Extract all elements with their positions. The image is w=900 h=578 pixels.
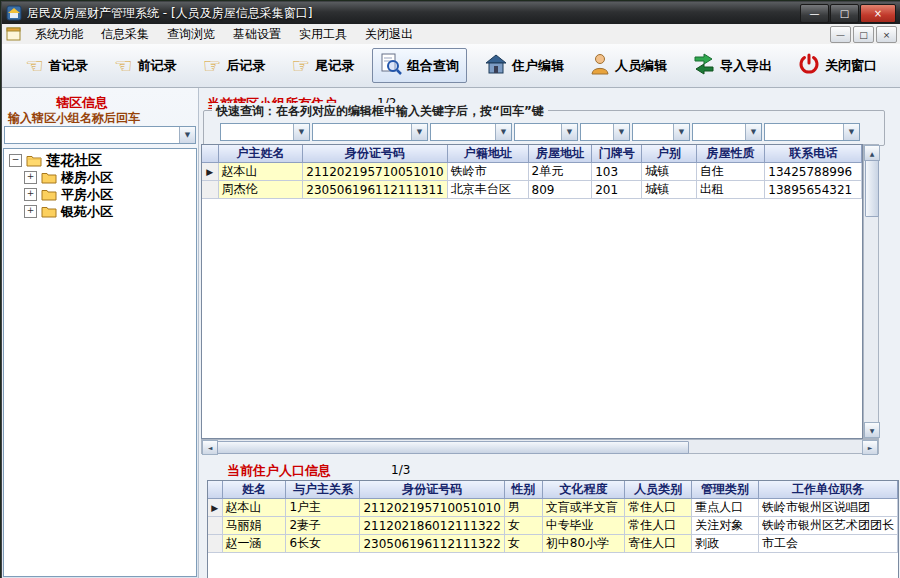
expand-icon[interactable]: + [24,188,37,201]
table-row[interactable]: ▶ 赵本山 211202195710051010 铁岭市 2单元 103 城镇 … [202,163,862,181]
cell[interactable]: 常住人口 [625,499,692,517]
maximize-button[interactable]: □ [830,4,859,23]
cell[interactable]: 铁岭市银州区艺术团团长 [758,517,897,535]
next-record-button[interactable]: ☞ 后记录 [195,52,274,80]
chevron-down-icon[interactable]: ▼ [673,124,689,140]
cell[interactable]: 13425788996 [765,163,862,181]
last-record-button[interactable]: ☞ 尾记录 [283,52,362,80]
households-vertical-scrollbar[interactable]: ▲ ▼ [863,144,879,439]
cell[interactable]: 自住 [696,163,764,181]
mdi-restore-button[interactable]: □ [853,26,874,43]
menu-system[interactable]: 系统功能 [26,24,92,45]
chevron-down-icon[interactable]: ▼ [293,124,309,140]
cell[interactable]: 女 [504,535,542,553]
cell[interactable]: 230506196112111322 [360,535,504,553]
menu-query[interactable]: 查询浏览 [158,24,224,45]
cell[interactable]: 铁岭市 [447,163,528,181]
expand-icon[interactable]: + [24,205,37,218]
cell[interactable]: 铁岭市银州区说唱团 [758,499,897,517]
table-row[interactable]: 赵一涵 6长女 230506196112111322 女 初中80小学 寄住人口… [208,535,898,553]
chevron-down-icon[interactable]: ▼ [495,124,511,140]
table-row[interactable]: 周杰伦 230506196112111311 北京丰台区 809 201 城镇 … [202,181,862,199]
cell[interactable]: 103 [592,163,642,181]
scroll-right-icon[interactable]: ► [862,440,878,455]
chevron-down-icon[interactable]: ▼ [411,124,427,140]
menu-exit[interactable]: 关闭退出 [356,24,422,45]
tree-node-yinyuan[interactable]: + 银苑小区 [4,203,196,220]
cell[interactable]: 重点人口 [692,499,759,517]
first-record-button[interactable]: ☜ 首记录 [17,52,96,80]
cell[interactable]: 211202195710051010 [360,499,504,517]
cell[interactable]: 剥政 [692,535,759,553]
cell[interactable]: 13895654321 [765,181,862,199]
expand-icon[interactable]: + [24,171,37,184]
cell[interactable]: 211202186012111322 [360,517,504,535]
cell[interactable]: 男 [504,499,542,517]
table-row[interactable]: 马丽娟 2妻子 211202186012111322 女 中专毕业 常住人口 关… [208,517,898,535]
cell[interactable]: 关注对象 [692,517,759,535]
chevron-down-icon[interactable]: ▼ [561,124,577,140]
cell[interactable]: 城镇 [642,181,697,199]
scroll-left-icon[interactable]: ◄ [202,440,218,455]
cell[interactable]: 230506196112111311 [303,181,447,199]
cell[interactable]: 初中80小学 [542,535,624,553]
cell[interactable]: 中专毕业 [542,517,624,535]
filter-combo-household-type[interactable]: ▼ [632,123,690,141]
collapse-icon[interactable]: − [9,154,22,167]
minimize-button[interactable]: — [800,4,829,23]
menu-tools[interactable]: 实用工具 [290,24,356,45]
cell[interactable]: 寄住人口 [625,535,692,553]
filter-combo-house-address[interactable]: ▼ [514,123,578,141]
cell[interactable]: 常住人口 [625,517,692,535]
cell[interactable]: 北京丰台区 [447,181,528,199]
tree-node-building[interactable]: + 楼房小区 [4,169,196,186]
mdi-close-button[interactable]: × [876,26,897,43]
chevron-down-icon[interactable]: ▼ [179,127,195,143]
cell[interactable]: 马丽娟 [222,517,286,535]
chevron-down-icon[interactable]: ▼ [613,124,629,140]
filter-combo-door-number[interactable]: ▼ [580,123,630,141]
cell[interactable]: 赵一涵 [222,535,286,553]
scroll-up-icon[interactable]: ▲ [864,145,880,161]
mdi-minimize-button[interactable]: — [830,26,851,43]
tree-node-bungalow[interactable]: + 平房小区 [4,186,196,203]
menu-settings[interactable]: 基础设置 [224,24,290,45]
chevron-down-icon[interactable]: ▼ [843,124,859,140]
scroll-down-icon[interactable]: ▼ [864,422,880,438]
chevron-down-icon[interactable]: ▼ [745,124,761,140]
cell[interactable]: 2妻子 [286,517,360,535]
filter-combo-house-nature[interactable]: ▼ [692,123,762,141]
menu-collect[interactable]: 信息采集 [92,24,158,45]
cell[interactable]: 2单元 [528,163,592,181]
filter-combo-name[interactable]: ▼ [220,123,310,141]
cell[interactable]: 211202195710051010 [303,163,447,181]
tree-node-root[interactable]: − 莲花社区 [4,152,196,169]
cell[interactable]: 6长女 [286,535,360,553]
scrollbar-thumb[interactable] [217,441,689,454]
filter-combo-id[interactable]: ▼ [312,123,428,141]
combo-query-button[interactable]: 组合查询 [372,48,467,83]
table-row[interactable]: ▶ 赵本山 1户主 211202195710051010 男 文盲或半文盲 常住… [208,499,898,517]
close-button[interactable]: × [860,4,896,23]
filter-combo-registered-address[interactable]: ▼ [430,123,512,141]
cell[interactable]: 女 [504,517,542,535]
scrollbar-thumb[interactable] [865,160,879,217]
cell[interactable]: 201 [592,181,642,199]
cell[interactable]: 城镇 [642,163,697,181]
households-horizontal-scrollbar[interactable]: ◄ ► [201,439,879,454]
prev-record-button[interactable]: ☜ 前记录 [106,52,185,80]
close-window-button[interactable]: 关闭窗口 [790,48,885,83]
cell[interactable]: 809 [528,181,592,199]
cell[interactable]: 出租 [696,181,764,199]
person-edit-button[interactable]: 人员编辑 [582,48,675,83]
filter-combo-phone[interactable]: ▼ [764,123,860,141]
cell[interactable]: 周杰伦 [218,181,303,199]
cell[interactable]: 赵本山 [222,499,286,517]
cell[interactable]: 赵本山 [218,163,303,181]
group-search-combo[interactable]: ▼ [4,126,196,144]
cell[interactable]: 1户主 [286,499,360,517]
household-edit-button[interactable]: 住户编辑 [477,49,572,82]
cell[interactable]: 文盲或半文盲 [542,499,624,517]
cell[interactable]: 市工会 [758,535,897,553]
import-export-button[interactable]: 导入导出 [685,48,780,83]
